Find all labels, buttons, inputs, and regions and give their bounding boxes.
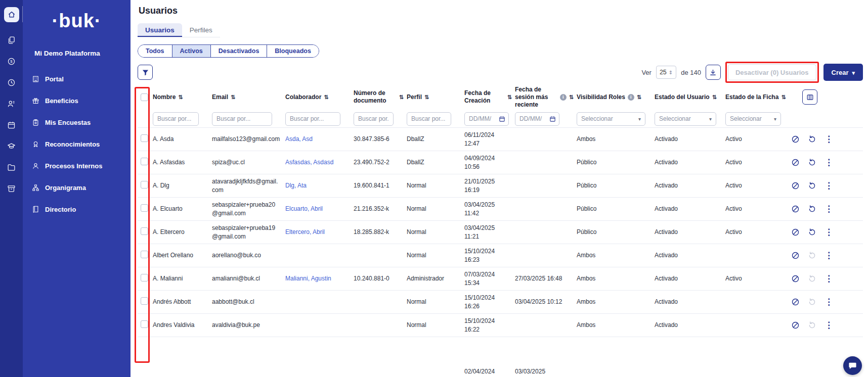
row-menu-icon[interactable]: [824, 228, 833, 237]
filter-button[interactable]: [138, 65, 153, 80]
column-settings-button[interactable]: [802, 89, 817, 105]
restore-user-icon[interactable]: [808, 274, 816, 283]
sidebar-item-organigrama[interactable]: Organigrama: [23, 177, 131, 199]
deactivate-user-icon[interactable]: [791, 205, 800, 213]
colaborador-link[interactable]: [285, 337, 354, 369]
sort-icon[interactable]: [637, 93, 641, 101]
restore-user-icon[interactable]: [808, 135, 816, 144]
colaborador-link[interactable]: Asfasdas, Asdasd: [285, 156, 354, 168]
sidebar-item-procesos-internos[interactable]: Procesos Internos: [23, 155, 131, 177]
filter-fecha-creacion-input[interactable]: DD/MM/: [464, 112, 509, 126]
filter-email-input[interactable]: [212, 112, 272, 126]
row-menu-icon[interactable]: [824, 321, 833, 329]
calendar-icon[interactable]: [3, 116, 20, 133]
deactivate-user-icon[interactable]: [791, 181, 800, 190]
restore-user-icon[interactable]: [808, 321, 816, 329]
sidebar-item-portal[interactable]: Portal: [23, 68, 131, 90]
sort-icon[interactable]: [712, 93, 717, 101]
cell-documento: 30.847.385-6: [354, 133, 407, 145]
deactivate-user-icon[interactable]: [791, 228, 800, 237]
tab-perfiles[interactable]: Perfiles: [182, 23, 220, 37]
restore-user-icon[interactable]: [808, 228, 816, 237]
deactivate-user-icon[interactable]: [791, 158, 800, 167]
row-menu-icon[interactable]: [824, 298, 833, 306]
colaborador-link[interactable]: [285, 254, 354, 258]
filter-todos[interactable]: Todos: [138, 45, 172, 57]
row-checkbox[interactable]: [141, 251, 148, 258]
archive-icon[interactable]: [3, 180, 20, 197]
people-icon[interactable]: [3, 95, 20, 112]
row-menu-icon[interactable]: [824, 158, 833, 167]
restore-user-icon[interactable]: [808, 181, 816, 190]
create-button[interactable]: Crear: [823, 64, 863, 81]
sort-icon[interactable]: [324, 93, 328, 101]
colaborador-link[interactable]: Elcuarto, Abril: [285, 203, 354, 215]
colaborador-link[interactable]: [285, 300, 354, 304]
chat-fab-button[interactable]: [843, 356, 862, 375]
filter-bloqueados[interactable]: Bloqueados: [267, 45, 319, 57]
deactivate-user-icon[interactable]: [791, 135, 800, 144]
deactivate-user-icon[interactable]: [791, 251, 800, 260]
deactivate-user-icon[interactable]: [791, 274, 800, 283]
filter-colaborador-input[interactable]: [285, 112, 340, 126]
home-icon[interactable]: [4, 7, 19, 22]
row-checkbox[interactable]: [141, 134, 148, 142]
payroll-icon[interactable]: $: [3, 53, 20, 70]
documents-icon[interactable]: [3, 31, 20, 49]
svg-text:$: $: [10, 59, 13, 64]
row-menu-icon[interactable]: [824, 205, 833, 213]
select-all-checkbox[interactable]: [141, 93, 148, 101]
row-checkbox[interactable]: [141, 274, 148, 281]
filter-nombre-input[interactable]: [153, 112, 199, 126]
sort-icon[interactable]: [424, 93, 429, 101]
sidebar-item-mis-encuestas[interactable]: Mis Encuestas: [23, 112, 131, 133]
restore-user-icon[interactable]: [808, 298, 816, 306]
filter-perfil-input[interactable]: [407, 112, 451, 126]
row-checkbox[interactable]: [141, 297, 148, 305]
tab-usuarios[interactable]: Usuarios: [138, 23, 182, 37]
colaborador-link[interactable]: Asda, Asd: [285, 133, 354, 145]
filter-fecha-sesion-input[interactable]: DD/MM/: [515, 112, 559, 126]
row-menu-icon[interactable]: [824, 181, 833, 190]
filter-visibilidad-select[interactable]: Seleccionar: [577, 112, 645, 126]
colaborador-link[interactable]: [285, 323, 354, 327]
calendar-icon: [549, 116, 556, 122]
deactivate-user-icon[interactable]: [791, 298, 800, 306]
row-menu-icon[interactable]: [824, 274, 833, 283]
filter-documento-input[interactable]: [354, 112, 394, 126]
restore-user-icon[interactable]: [808, 251, 816, 260]
sort-icon[interactable]: [507, 93, 512, 101]
restore-user-icon[interactable]: [808, 205, 816, 213]
deactivate-user-icon[interactable]: [791, 321, 800, 329]
colaborador-link[interactable]: Eltercero, Abril: [285, 226, 354, 238]
colaborador-link[interactable]: Malianni, Agustin: [285, 272, 354, 285]
row-menu-icon[interactable]: [824, 135, 833, 144]
filter-estado-usuario-select[interactable]: Seleccionar: [655, 112, 716, 126]
row-checkbox[interactable]: [141, 227, 148, 235]
app-window: $ ·buk· Mi Demo Plataforma Portal Benefi…: [0, 0, 868, 377]
sidebar-item-reconocimientos[interactable]: Reconocimientos: [23, 133, 131, 155]
download-button[interactable]: [706, 65, 721, 80]
colaborador-link[interactable]: Dlg, Ata: [285, 179, 354, 192]
sort-icon[interactable]: [231, 93, 235, 101]
row-menu-icon[interactable]: [824, 251, 833, 260]
deactivate-users-button[interactable]: Desactivar (0) Usuarios: [728, 64, 816, 80]
sort-icon[interactable]: [569, 93, 574, 101]
filter-activos[interactable]: Activos: [172, 45, 210, 57]
filter-desactivados[interactable]: Desactivados: [210, 45, 267, 57]
sidebar-item-directorio[interactable]: Directorio: [23, 199, 131, 220]
restore-user-icon[interactable]: [808, 158, 816, 167]
folder-icon[interactable]: [3, 159, 20, 176]
row-checkbox[interactable]: [141, 158, 148, 165]
row-checkbox[interactable]: [141, 320, 148, 328]
sort-icon[interactable]: [178, 93, 183, 101]
row-checkbox[interactable]: [141, 181, 148, 188]
filter-estado-ficha-select[interactable]: Seleccionar: [725, 112, 781, 126]
education-icon[interactable]: [3, 137, 20, 155]
history-icon[interactable]: [3, 74, 20, 91]
row-checkbox[interactable]: [141, 204, 148, 212]
sort-icon[interactable]: [399, 93, 404, 101]
sidebar-item-beneficios[interactable]: Beneficios: [23, 90, 131, 112]
page-size-select[interactable]: 25: [656, 66, 676, 79]
sort-icon[interactable]: [781, 93, 786, 101]
